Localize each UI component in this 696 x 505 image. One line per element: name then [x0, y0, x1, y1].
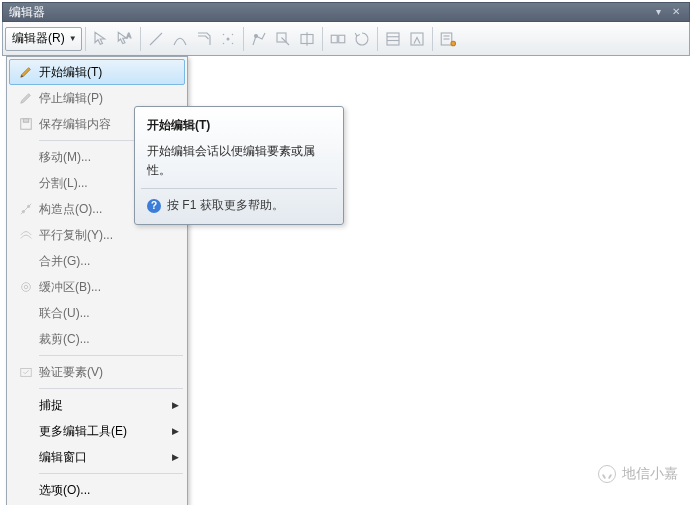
pencil-icon: [13, 65, 39, 79]
submenu-arrow-icon: ▶: [172, 426, 179, 436]
validate-icon: [13, 365, 39, 379]
construct-points-icon: [13, 202, 39, 216]
watermark: 地信小嘉: [598, 465, 678, 483]
reshape-icon[interactable]: [271, 27, 295, 51]
svg-point-6: [231, 42, 233, 44]
edit-arrow-icon[interactable]: [89, 27, 113, 51]
toolbar: 编辑器(R) ▼ A: [2, 22, 690, 56]
watermark-text: 地信小嘉: [622, 465, 678, 483]
menu-item-label: 合并(G)...: [39, 253, 169, 270]
menu-parallel-copy[interactable]: 平行复制(Y)...: [9, 222, 185, 248]
svg-rect-22: [23, 119, 28, 123]
svg-rect-11: [331, 35, 337, 43]
svg-point-24: [22, 210, 24, 212]
menu-merge[interactable]: 合并(G)...: [9, 248, 185, 274]
svg-point-3: [222, 33, 224, 35]
tooltip-help: ? 按 F1 获取更多帮助。: [147, 197, 331, 214]
editor-dropdown-label: 编辑器(R): [12, 30, 65, 47]
panel-titlebar[interactable]: 编辑器 ▾ ✕: [2, 2, 690, 22]
help-icon: ?: [147, 199, 161, 213]
svg-point-7: [254, 34, 257, 37]
create-features-icon[interactable]: [436, 27, 460, 51]
menu-item-label: 编辑窗口: [39, 449, 169, 466]
menu-item-label: 停止编辑(P): [39, 90, 169, 107]
save-icon: [13, 117, 39, 131]
menu-item-label: 验证要素(V): [39, 364, 169, 381]
pin-icon[interactable]: ▾: [651, 5, 665, 19]
svg-rect-16: [411, 33, 423, 45]
close-icon[interactable]: ✕: [669, 5, 683, 19]
menu-start-editing[interactable]: 开始编辑(T): [9, 59, 185, 85]
menu-item-label: 开始编辑(T): [39, 64, 169, 81]
tooltip-separator: [141, 188, 337, 189]
svg-point-27: [22, 283, 31, 292]
menu-clip[interactable]: 裁剪(C)...: [9, 326, 185, 352]
tooltip: 开始编辑(T) 开始编辑会话以便编辑要素或属性。 ? 按 F1 获取更多帮助。: [134, 106, 344, 225]
toolbar-separator: [377, 27, 378, 51]
toolbar-separator: [432, 27, 433, 51]
svg-point-5: [222, 42, 224, 44]
toolbar-separator: [243, 27, 244, 51]
menu-separator: [39, 388, 183, 389]
menu-item-label: 选项(O)...: [39, 482, 169, 499]
menu-more-tools[interactable]: 更多编辑工具(E)▶: [9, 418, 185, 444]
menu-separator: [39, 355, 183, 356]
toolbar-separator: [85, 27, 86, 51]
editor-dropdown-button[interactable]: 编辑器(R) ▼: [5, 27, 82, 51]
svg-point-25: [27, 205, 29, 207]
svg-line-1: [150, 33, 162, 45]
menu-item-label: 裁剪(C)...: [39, 331, 169, 348]
menu-edit-window[interactable]: 编辑窗口▶: [9, 444, 185, 470]
menu-union[interactable]: 联合(U)...: [9, 300, 185, 326]
line-tool-icon[interactable]: [144, 27, 168, 51]
attributes-icon[interactable]: [381, 27, 405, 51]
menu-item-label: 更多编辑工具(E): [39, 423, 169, 440]
svg-point-20: [451, 41, 456, 46]
pencil-stop-icon: [13, 91, 39, 105]
svg-point-26: [24, 285, 28, 289]
tooltip-body: 开始编辑会话以便编辑要素或属性。: [147, 142, 331, 180]
rotate-tool-icon[interactable]: [350, 27, 374, 51]
buffer-icon: [13, 280, 39, 294]
tooltip-help-text: 按 F1 获取更多帮助。: [167, 197, 284, 214]
trace-tool-icon[interactable]: [192, 27, 216, 51]
menu-snap[interactable]: 捕捉▶: [9, 392, 185, 418]
menu-validate[interactable]: 验证要素(V): [9, 359, 185, 385]
menu-item-label: 联合(U)...: [39, 305, 169, 322]
chevron-down-icon: ▼: [67, 34, 79, 43]
submenu-arrow-icon: ▶: [172, 452, 179, 462]
menu-item-label: 捕捉: [39, 397, 169, 414]
menu-separator: [39, 473, 183, 474]
svg-point-4: [231, 33, 233, 35]
arc-tool-icon[interactable]: [168, 27, 192, 51]
point-tool-icon[interactable]: [216, 27, 240, 51]
toolbar-separator: [140, 27, 141, 51]
tooltip-title: 开始编辑(T): [147, 117, 331, 134]
parallel-icon: [13, 228, 39, 242]
panel-title: 编辑器: [9, 2, 45, 22]
editor-panel: 编辑器 ▾ ✕ 编辑器(R) ▼ A: [2, 2, 690, 56]
svg-rect-12: [338, 35, 344, 43]
toolbar-separator: [322, 27, 323, 51]
edit-vertices-icon[interactable]: [247, 27, 271, 51]
menu-options[interactable]: 选项(O)...: [9, 477, 185, 503]
svg-point-2: [226, 37, 229, 40]
submenu-arrow-icon: ▶: [172, 400, 179, 410]
edit-annotation-icon[interactable]: A: [113, 27, 137, 51]
split-tool-icon[interactable]: [326, 27, 350, 51]
menu-item-label: 缓冲区(B)...: [39, 279, 169, 296]
cut-polygon-icon[interactable]: [295, 27, 319, 51]
titlebar-buttons: ▾ ✕: [651, 5, 683, 19]
wechat-icon: [598, 465, 616, 483]
menu-item-label: 平行复制(Y)...: [39, 227, 169, 244]
menu-buffer[interactable]: 缓冲区(B)...: [9, 274, 185, 300]
svg-text:A: A: [126, 31, 131, 38]
sketch-properties-icon[interactable]: [405, 27, 429, 51]
svg-rect-13: [387, 33, 399, 45]
